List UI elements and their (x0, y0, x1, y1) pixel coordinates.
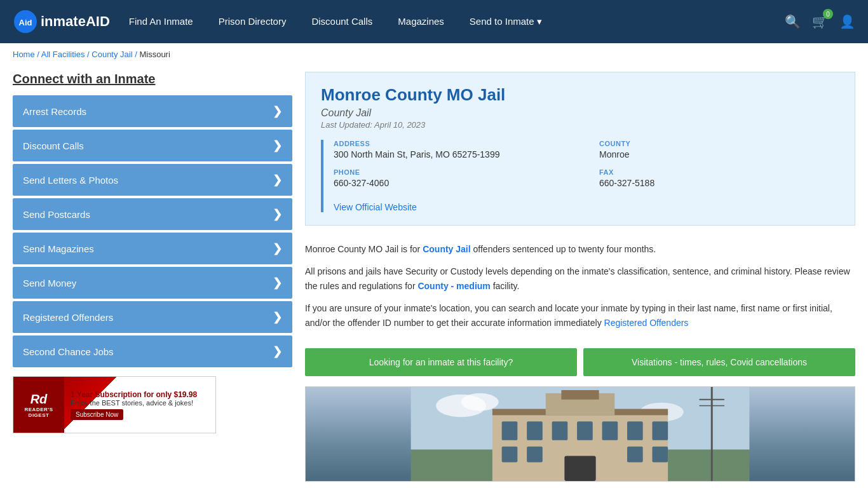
sidebar-item-discount-calls[interactable]: Discount Calls ❯ (13, 130, 292, 161)
ad-promo-line1: 1 Year Subscription for only $19.98 (71, 390, 197, 399)
facility-image (305, 386, 855, 482)
chevron-right-icon: ❯ (273, 344, 282, 358)
ad-subscribe-button[interactable]: Subscribe Now (71, 409, 123, 420)
facility-name: Monroe County MO Jail (321, 85, 839, 105)
svg-text:Aid: Aid (19, 18, 32, 27)
chevron-right-icon: ❯ (273, 139, 282, 152)
county-group: COUNTY Monroe (599, 140, 839, 159)
chevron-right-icon: ❯ (273, 310, 282, 324)
svg-rect-16 (627, 422, 643, 441)
sidebar-item-send-postcards[interactable]: Send Postcards ❯ (13, 198, 292, 230)
sidebar-item-send-letters[interactable]: Send Letters & Photos ❯ (13, 164, 292, 196)
svg-rect-18 (502, 447, 518, 463)
description-area: Monroe County MO Jail is for County Jail… (305, 236, 855, 348)
county-label: COUNTY (599, 140, 839, 147)
cart-badge: 0 (823, 9, 833, 19)
county-value: Monroe (599, 149, 839, 159)
nav-find-inmate[interactable]: Find An Inmate (129, 16, 193, 27)
breadcrumb-county-jail[interactable]: County Jail (92, 50, 132, 59)
ad-promo-line2: Enjoy the BEST stories, advice & jokes! (71, 399, 197, 407)
ad-logo-area: Rd READER'SDIGEST (13, 376, 64, 433)
phone-label: PHONE (334, 168, 574, 176)
main-content: Monroe County MO Jail County Jail Last U… (305, 72, 855, 482)
user-icon[interactable]: 👤 (839, 14, 855, 29)
fax-value: 660-327-5188 (599, 178, 839, 188)
svg-rect-22 (564, 456, 595, 481)
logo-icon: Aid (13, 9, 38, 34)
action-buttons: Looking for an inmate at this facility? … (305, 348, 855, 376)
site-header: Aid inmateAID Find An Inmate Prison Dire… (0, 0, 868, 43)
sidebar-item-second-chance-jobs[interactable]: Second Chance Jobs ❯ (13, 336, 292, 367)
sidebar-item-send-magazines[interactable]: Send Magazines ❯ (13, 233, 292, 264)
ad-rd-logo: Rd READER'SDIGEST (24, 392, 53, 418)
svg-rect-10 (561, 390, 599, 400)
svg-rect-15 (602, 422, 618, 441)
sidebar-menu: Arrest Records ❯ Discount Calls ❯ Send L… (13, 95, 292, 367)
fax-group: FAX 660-327-5188 (599, 168, 839, 188)
ad-banner[interactable]: Rd READER'SDIGEST 1 Year Subscription fo… (13, 376, 216, 433)
chevron-right-icon: ❯ (273, 207, 282, 221)
logo-text: inmateAID (41, 13, 110, 30)
sidebar-item-registered-offenders[interactable]: Registered Offenders ❯ (13, 301, 292, 333)
search-icon[interactable]: 🔍 (785, 14, 801, 29)
logo[interactable]: Aid inmateAID (13, 9, 110, 34)
desc3-text: If you are unsure of your inmate's locat… (305, 303, 832, 328)
desc1-link[interactable]: County Jail (423, 244, 470, 254)
phone-group: PHONE 660-327-4060 (334, 168, 574, 188)
breadcrumb-all-facilities[interactable]: All Facilities (41, 50, 85, 59)
svg-rect-14 (577, 422, 593, 441)
desc3-link[interactable]: Registered Offenders (604, 318, 689, 328)
ad-content: Rd READER'SDIGEST 1 Year Subscription fo… (13, 376, 215, 433)
desc-paragraph-3: If you are unsure of your inmate's locat… (305, 301, 855, 330)
facility-card: Monroe County MO Jail County Jail Last U… (305, 72, 855, 226)
address-value: 300 North Main St, Paris, MO 65275-1399 (334, 149, 574, 159)
svg-rect-21 (652, 447, 668, 463)
official-link-group: View Official Website (334, 202, 839, 212)
facility-details: ADDRESS 300 North Main St, Paris, MO 652… (321, 140, 839, 212)
cart-icon[interactable]: 🛒 0 (812, 14, 828, 29)
header-icons: 🔍 🛒 0 👤 (785, 14, 855, 29)
svg-rect-11 (502, 422, 518, 441)
facility-type: County Jail (321, 107, 839, 119)
desc2-rest: facility. (491, 281, 520, 291)
main-nav: Find An Inmate Prison Directory Discount… (129, 16, 785, 27)
fax-label: FAX (599, 168, 839, 176)
svg-rect-20 (627, 447, 643, 463)
facility-updated: Last Updated: April 10, 2023 (321, 120, 839, 130)
sidebar-item-arrest-records[interactable]: Arrest Records ❯ (13, 95, 292, 127)
desc2-text: All prisons and jails have Security or C… (305, 266, 850, 291)
visitations-button[interactable]: Visitations - times, rules, Covid cancel… (583, 348, 855, 376)
nav-discount-calls[interactable]: Discount Calls (311, 16, 372, 27)
svg-rect-12 (527, 422, 543, 441)
desc-paragraph-1: Monroe County MO Jail is for County Jail… (305, 242, 855, 257)
ad-text: 1 Year Subscription for only $19.98 Enjo… (64, 385, 203, 425)
nav-magazines[interactable]: Magazines (398, 16, 444, 27)
phone-value: 660-327-4060 (334, 178, 574, 188)
sidebar-item-send-money[interactable]: Send Money ❯ (13, 267, 292, 299)
nav-send-to-inmate[interactable]: Send to Inmate ▾ (470, 16, 542, 27)
breadcrumb-state: Missouri (139, 50, 170, 59)
desc1-rest: offenders sentenced up to twenty four mo… (471, 244, 656, 254)
svg-rect-13 (552, 422, 568, 441)
desc-paragraph-2: All prisons and jails have Security or C… (305, 264, 855, 294)
nav-prison-directory[interactable]: Prison Directory (219, 16, 287, 27)
svg-rect-17 (652, 422, 668, 441)
building-illustration (306, 387, 855, 481)
main-container: Connect with an Inmate Arrest Records ❯ … (0, 65, 868, 488)
official-website-link[interactable]: View Official Website (334, 202, 417, 212)
chevron-right-icon: ❯ (273, 173, 282, 187)
find-inmate-button[interactable]: Looking for an inmate at this facility? (305, 348, 577, 376)
address-label: ADDRESS (334, 140, 574, 147)
chevron-right-icon: ❯ (273, 276, 282, 290)
desc1-text: Monroe County MO Jail is for (305, 244, 423, 254)
chevron-right-icon: ❯ (273, 104, 282, 118)
breadcrumb: Home / All Facilities / County Jail / Mi… (0, 43, 868, 65)
breadcrumb-home[interactable]: Home (13, 50, 35, 59)
chevron-right-icon: ❯ (273, 241, 282, 255)
desc2-link[interactable]: County - medium (417, 281, 490, 291)
sidebar-title: Connect with an Inmate (13, 72, 292, 86)
svg-rect-19 (527, 447, 543, 463)
svg-point-4 (461, 393, 499, 411)
sidebar: Connect with an Inmate Arrest Records ❯ … (13, 72, 292, 482)
address-group: ADDRESS 300 North Main St, Paris, MO 652… (334, 140, 574, 159)
